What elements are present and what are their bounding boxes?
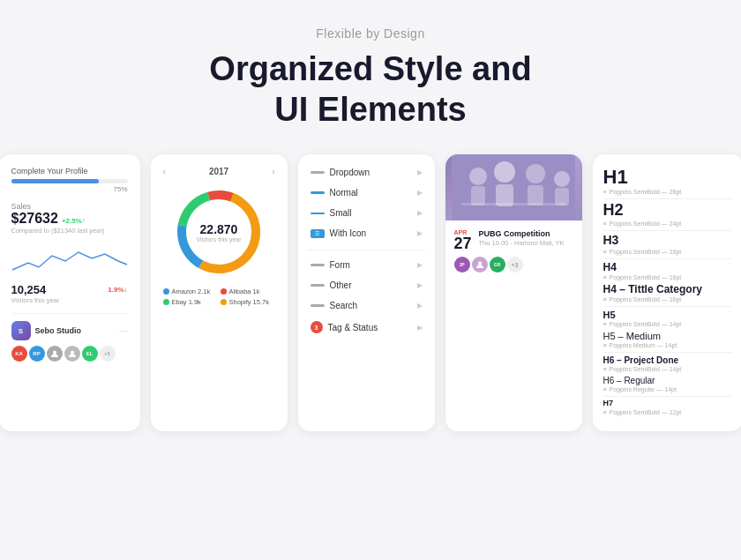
font-icon: ≡ [603, 386, 607, 392]
avatar-more: +3 [507, 257, 523, 273]
legend-item: Alibaba 1k [221, 287, 275, 295]
dd-line-icon [311, 171, 325, 174]
dd-item-label: Other [330, 280, 352, 290]
avatar: EL [82, 346, 98, 362]
typo-h2-desc: ≡ Poppins SemiBold — 24pt [603, 220, 732, 227]
donut-value: 22.870 [196, 222, 241, 236]
sales-compare: Compared to ($21340 last year) [11, 227, 128, 235]
dropdown-item-form[interactable]: Form ▶ [307, 256, 426, 274]
chart-year: 2017 [209, 167, 228, 176]
sales-label: Sales [11, 202, 128, 211]
hero-title: Organized Style andUI Elements [209, 49, 531, 130]
typo-h3-desc: ≡ Poppins SemiBold — 18pt [603, 249, 732, 255]
typo-h4: H4 ≡ Poppins SemiBold — 16pt [603, 262, 732, 280]
dd-line-icon [311, 284, 325, 287]
dd-item-label: Search [330, 301, 358, 310]
typo-h3-label: H3 [603, 234, 732, 247]
typo-h4-desc: ≡ Poppins SemiBold — 16pt [603, 274, 732, 280]
dropdown-item-normal[interactable]: Normal ▶ [307, 183, 426, 202]
visitors-row: 10,254 1.9%↓ [11, 283, 128, 296]
donut-sublabel: Visitors this year [196, 236, 241, 243]
typo-h5med-label: H5 – Medium [603, 331, 732, 341]
divider [603, 198, 732, 199]
divider [603, 396, 732, 397]
font-icon: ≡ [603, 296, 607, 302]
legend-label: Ebay 1.9k [172, 298, 201, 306]
visitors-change: 1.9%↓ [108, 286, 127, 294]
chevron-right-icon: ▶ [417, 168, 423, 176]
event-avatars: JP GR +3 [454, 257, 573, 273]
dropdown-item-search[interactable]: Search ▶ [307, 296, 426, 315]
dd-line-icon [311, 264, 325, 266]
dropdown-item-small[interactable]: Small ▶ [307, 204, 426, 222]
studio-row: S Sebo Studio ··· [11, 313, 128, 340]
svg-point-0 [53, 351, 56, 355]
font-icon: ≡ [603, 342, 607, 348]
chevron-right-icon: ▶ [417, 324, 423, 332]
typo-h2: H2 ≡ Poppins SemiBold — 24pt [603, 202, 732, 227]
typo-h4cat-label: H4 – Tittle Category [603, 284, 732, 295]
avatar: RP [29, 346, 45, 362]
chart-next-icon[interactable]: › [272, 167, 274, 176]
dd-item-label: Tag & Status [328, 323, 378, 332]
typo-h7-desc: ≡ Poppins SemiBold — 12pt [603, 409, 732, 415]
legend-item: Ebay 1.9k [163, 298, 218, 306]
dropdown-section-2: Form ▶ Other ▶ Search ▶ 3 [307, 256, 426, 338]
chevron-right-icon: ▶ [417, 281, 423, 289]
typo-h1-desc: ≡ Poppins SemiBold — 28pt [603, 189, 732, 195]
legend-label: Shopify 15.7k [229, 298, 269, 306]
avatar: GR [490, 257, 505, 273]
font-icon: ≡ [603, 274, 607, 280]
visitors-num: 10,254 [11, 283, 47, 296]
typo-h5med-desc: ≡ Poppins Medium — 14pt [603, 342, 732, 348]
event-info: PUBG Competition Thu 10.00 - Hartono Mal… [479, 229, 565, 247]
legend-dot [221, 299, 227, 305]
typo-h3: H3 ≡ Poppins SemiBold — 18pt [603, 234, 732, 254]
dd-item-label: Form [330, 260, 350, 270]
legend-item: Shopify 15.7k [221, 298, 275, 306]
chevron-right-icon: ▶ [417, 229, 423, 237]
event-panel: APR 27 PUBG Competition Thu 10.00 - Hart… [445, 154, 582, 431]
legend-label: Alibaba 1k [229, 287, 260, 295]
panels-container: Complete Your Profile 75% Sales $27632 +… [18, 154, 723, 431]
typo-h6done: H6 – Project Done ≡ Poppins SemiBold — 1… [603, 355, 732, 372]
sales-change: +2.5%↑ [62, 217, 86, 225]
dd-line-icon [311, 191, 325, 194]
dd-line-icon [311, 304, 325, 307]
typo-h5-desc: ≡ Poppins SemiBold — 14pt [603, 321, 732, 327]
typo-h6reg: H6 – Regular ≡ Poppins Regular — 14pt [603, 376, 732, 392]
typo-h6reg-label: H6 – Regular [603, 376, 732, 385]
dropdown-item-tag-status[interactable]: 3 Tag & Status ▶ [307, 317, 426, 338]
chart-prev-icon[interactable]: ‹ [163, 167, 166, 176]
avatar-more: +5 [100, 346, 116, 362]
avatar [64, 346, 80, 362]
event-image-inner [445, 154, 582, 220]
typo-h6reg-desc: ≡ Poppins Regular — 14pt [603, 386, 732, 392]
profile-bar-fill [11, 179, 99, 183]
dropdown-item-other[interactable]: Other ▶ [307, 276, 426, 295]
donut-chart: 22.870 Visitors this year [163, 183, 275, 280]
profile-pct: 75% [11, 185, 128, 193]
dropdown-item-with-icon[interactable]: ☰ With Icon ▶ [307, 224, 426, 243]
font-icon: ≡ [603, 366, 607, 372]
dd-item-label: Normal [330, 188, 358, 198]
studio-name: Sebo Studio [35, 326, 82, 335]
donut-center: 22.870 Visitors this year [196, 222, 241, 243]
chart-legend: Amazon 2.1k Alibaba 1k Ebay 1.9k Shopify… [163, 287, 275, 306]
svg-rect-16 [460, 203, 566, 205]
chevron-right-icon: ▶ [417, 302, 423, 310]
dropdown-item-dropdown[interactable]: Dropdown ▶ [307, 163, 426, 182]
typo-h4cat-desc: ≡ Poppins SemiBold — 16pt [603, 296, 732, 302]
event-image [445, 154, 582, 220]
font-icon: ≡ [603, 409, 607, 415]
sparkline-chart [11, 245, 128, 276]
svg-rect-9 [471, 186, 485, 205]
svg-point-14 [554, 171, 570, 187]
typo-h1-label: H1 [603, 167, 732, 188]
legend-dot [163, 299, 169, 305]
font-icon: ≡ [603, 321, 607, 327]
chart-nav: ‹ 2017 › [163, 167, 275, 176]
studio-menu-icon[interactable]: ··· [118, 325, 127, 337]
legend-item: Amazon 2.1k [163, 287, 218, 295]
chevron-right-icon: ▶ [417, 209, 423, 217]
